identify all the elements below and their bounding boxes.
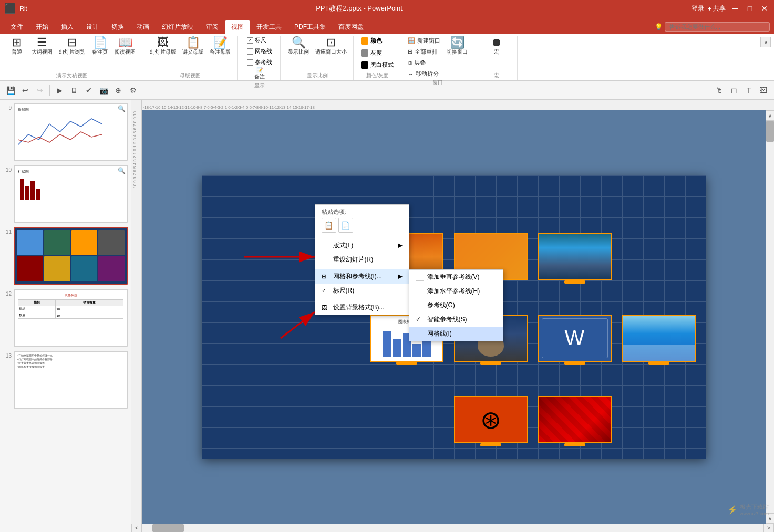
scroll-up-btn[interactable]: ∧ xyxy=(765,110,775,121)
tab-review[interactable]: 审阅 xyxy=(200,20,225,34)
pointer-icon[interactable]: 🖱 xyxy=(713,84,726,97)
add-h-guide-item[interactable]: 添加水平参考线(H) xyxy=(409,284,503,298)
tab-devtools[interactable]: 开发工具 xyxy=(250,20,288,34)
slide-master-button[interactable]: 🖼 幻灯片母版 xyxy=(148,36,178,57)
slide11-grid xyxy=(15,228,127,284)
bw-mode-button[interactable]: 黑白模式 xyxy=(359,60,396,70)
paste-btn2[interactable]: 📄 xyxy=(338,218,353,233)
shape-icon[interactable]: ◻ xyxy=(728,84,740,97)
reset-slide-item[interactable]: 重设幻灯片(R) xyxy=(315,253,409,267)
handout-master-button[interactable]: 📋 讲义母版 xyxy=(180,36,205,57)
color-mode-button[interactable]: 颜色 xyxy=(359,36,384,46)
zoom-button[interactable]: 🔍 显示比例 xyxy=(286,36,311,57)
scroll-track-v[interactable] xyxy=(766,121,774,513)
redo-button[interactable]: ↪ xyxy=(34,84,46,97)
share-button[interactable]: ♦ 共享 xyxy=(708,4,726,13)
add-v-guide-item[interactable]: 添加垂直参考线(V) xyxy=(409,270,503,284)
smart-guide-item[interactable]: ✓ 智能参考线(S) xyxy=(409,312,503,327)
view-outline-button[interactable]: ☰ 大纲视图 xyxy=(29,36,55,57)
notes-toggle-button[interactable]: 📝 备注 xyxy=(249,67,270,81)
ribbon-collapse-button[interactable]: ∧ xyxy=(760,37,771,47)
slide-thumb-10[interactable]: 10 柱状图 🔍 xyxy=(2,164,129,224)
zoom-icon-9[interactable]: 🔍 xyxy=(118,105,126,112)
view-normal-button[interactable]: ⊞ 普通 xyxy=(6,36,27,57)
minimize-button[interactable]: ─ xyxy=(730,3,740,14)
guide-item[interactable]: 参考线(G) xyxy=(409,298,503,312)
slide-thumb-11[interactable]: 11 xyxy=(2,226,129,286)
slide-img-word[interactable]: W xyxy=(538,315,612,362)
reading-label: 阅读视图 xyxy=(115,48,136,56)
ruler-checkbox[interactable]: ✓ 标尺 xyxy=(247,36,266,45)
settings-icon[interactable]: ⚙ xyxy=(127,84,139,97)
scrollbar-h: < > xyxy=(131,524,774,532)
ruler-item[interactable]: ✓ 标尺(R) xyxy=(315,284,409,298)
slide-canvas[interactable]: 图表标题 xyxy=(142,110,766,524)
view-notes-button[interactable]: 📄 备注页 xyxy=(89,36,110,57)
start-pres-button[interactable]: ▶ xyxy=(53,84,66,97)
tab-home[interactable]: 开始 xyxy=(29,20,55,34)
new-window-button[interactable]: 🪟新建窗口 xyxy=(406,36,442,46)
grid-guide-label: 网格和参考线(I)... xyxy=(333,272,382,281)
grid-label-sub: 网格线(I) xyxy=(427,329,452,338)
context-menu: 粘贴选项: 📋 📄 版式(L) ▶ xyxy=(315,204,409,315)
macro-button[interactable]: ⏺ 宏 xyxy=(486,36,507,57)
tab-insert[interactable]: 插入 xyxy=(55,20,80,34)
tab-file[interactable]: 文件 xyxy=(4,20,29,34)
search-input[interactable] xyxy=(665,22,770,32)
restore-button[interactable]: □ xyxy=(745,3,755,14)
ruler-checkbox-box[interactable]: ✓ xyxy=(247,37,253,44)
more-icon[interactable]: ⊕ xyxy=(112,84,125,97)
scroll-left-btn[interactable]: < xyxy=(131,523,142,533)
slide-thumb-13[interactable]: 13 • 开始文稿视图中要如何做什么 • 幻灯片视图中如何操作各部分 • 设置背… xyxy=(2,350,129,410)
guide-checkbox-box[interactable] xyxy=(247,59,253,66)
tab-pdf[interactable]: PDF工具集 xyxy=(288,20,332,34)
tab-animation[interactable]: 动画 xyxy=(130,20,156,34)
slide-img-city[interactable] xyxy=(538,233,612,280)
arrange-all-button[interactable]: ⊞全部重排 xyxy=(406,47,442,57)
tab-slideshow[interactable]: 幻灯片放映 xyxy=(156,20,200,34)
split-button[interactable]: ↔移动拆分 xyxy=(406,69,442,79)
slide-img-fabric[interactable] xyxy=(538,396,612,443)
tab-baidu[interactable]: 百度网盘 xyxy=(332,20,370,34)
notes-master-button[interactable]: 📝 备注母版 xyxy=(208,36,233,57)
scroll-thumb-v[interactable] xyxy=(766,121,774,142)
close-button[interactable]: ✕ xyxy=(759,3,770,14)
slide-thumb-12[interactable]: 12 表格标题 指标销售数量 指标38 数量19 xyxy=(2,288,129,348)
grid-guide-item[interactable]: ⊞ 网格和参考线(I)... ▶ 添加垂直参考线(V) xyxy=(315,269,409,284)
scroll-track-h[interactable] xyxy=(142,524,763,532)
text-icon[interactable]: T xyxy=(742,84,755,97)
view-slide-sorter-button[interactable]: ⊟ 幻灯片浏览 xyxy=(57,36,87,57)
group-label-zoom: 显示比例 xyxy=(307,72,328,80)
layout-menu-item[interactable]: 版式(L) ▶ xyxy=(315,238,409,253)
grid-item[interactable]: 网格线(I) xyxy=(409,327,503,341)
slide-img-office[interactable]: ⊛ xyxy=(454,396,528,443)
undo-button[interactable]: ↩ xyxy=(19,84,32,97)
th1: 指标 xyxy=(18,300,56,306)
zoom-icon-10[interactable]: 🔍 xyxy=(118,167,126,174)
paste-btn1[interactable]: 📋 xyxy=(322,218,336,233)
tab-transition[interactable]: 切换 xyxy=(105,20,130,34)
switch-window-button[interactable]: 🔄 切换窗口 xyxy=(445,36,470,57)
screen-icon[interactable]: 🖥 xyxy=(68,84,80,97)
slide-thumb-9[interactable]: 9 折线图 🔍 xyxy=(2,102,129,162)
main-area: 9 折线图 🔍 10 xyxy=(0,100,774,532)
layout-arrow: ▶ xyxy=(398,242,403,249)
bg-format-item[interactable]: 🖼 设置背景格式(B)... xyxy=(315,300,409,315)
slide-img-ocean[interactable] xyxy=(622,315,696,362)
gray-mode-button[interactable]: 灰度 xyxy=(359,48,384,58)
grid-checkbox-box[interactable] xyxy=(247,48,253,55)
grid-checkbox[interactable]: 网格线 xyxy=(247,47,272,56)
check-icon[interactable]: ✔ xyxy=(82,84,95,97)
cascade-button[interactable]: ⧉层叠 xyxy=(406,58,442,68)
view-reading-button[interactable]: 📖 阅读视图 xyxy=(112,36,138,57)
image-icon[interactable]: 🖼 xyxy=(757,84,770,97)
fit-window-button[interactable]: ⊡ 适应窗口大小 xyxy=(313,36,349,57)
scroll-thumb-h[interactable] xyxy=(152,524,184,532)
scroll-right-btn[interactable]: > xyxy=(763,523,774,533)
camera-icon[interactable]: 📷 xyxy=(97,84,110,97)
guide-checkbox[interactable]: 参考线 xyxy=(247,58,272,67)
tab-design[interactable]: 设计 xyxy=(80,20,105,34)
tab-view[interactable]: 视图 xyxy=(225,20,250,34)
save-button[interactable]: 💾 xyxy=(4,84,17,97)
login-button[interactable]: 登录 xyxy=(692,4,704,13)
